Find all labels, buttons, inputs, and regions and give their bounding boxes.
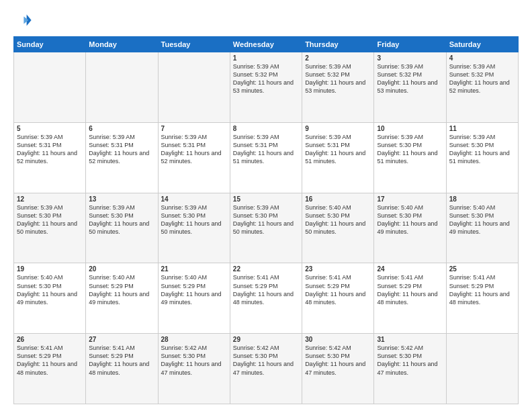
calendar-cell: 28Sunrise: 5:42 AM Sunset: 5:30 PM Dayli… bbox=[158, 334, 230, 404]
calendar-cell: 15Sunrise: 5:39 AM Sunset: 5:30 PM Dayli… bbox=[230, 193, 302, 263]
calendar-cell: 19Sunrise: 5:40 AM Sunset: 5:30 PM Dayli… bbox=[14, 263, 86, 334]
calendar-cell: 5Sunrise: 5:39 AM Sunset: 5:31 PM Daylig… bbox=[14, 122, 86, 193]
day-number: 9 bbox=[305, 125, 371, 132]
day-info: Sunrise: 5:42 AM Sunset: 5:30 PM Dayligh… bbox=[233, 344, 299, 377]
calendar-week-4: 19Sunrise: 5:40 AM Sunset: 5:30 PM Dayli… bbox=[14, 263, 519, 334]
day-number: 8 bbox=[233, 125, 299, 132]
day-info: Sunrise: 5:41 AM Sunset: 5:29 PM Dayligh… bbox=[305, 273, 371, 306]
day-info: Sunrise: 5:39 AM Sunset: 5:31 PM Dayligh… bbox=[17, 133, 83, 166]
weekday-header-friday: Friday bbox=[374, 37, 446, 52]
weekday-header-thursday: Thursday bbox=[302, 37, 374, 52]
day-info: Sunrise: 5:39 AM Sunset: 5:32 PM Dayligh… bbox=[305, 62, 371, 95]
day-number: 20 bbox=[89, 265, 154, 273]
calendar-week-2: 5Sunrise: 5:39 AM Sunset: 5:31 PM Daylig… bbox=[14, 122, 519, 193]
day-number: 11 bbox=[449, 125, 515, 132]
calendar-cell: 16Sunrise: 5:40 AM Sunset: 5:30 PM Dayli… bbox=[302, 193, 374, 263]
weekday-header-saturday: Saturday bbox=[446, 37, 518, 52]
calendar-cell: 4Sunrise: 5:39 AM Sunset: 5:32 PM Daylig… bbox=[446, 52, 518, 123]
day-number: 10 bbox=[377, 125, 443, 132]
day-info: Sunrise: 5:39 AM Sunset: 5:30 PM Dayligh… bbox=[89, 203, 154, 236]
day-number: 23 bbox=[305, 265, 371, 273]
header bbox=[13, 11, 519, 30]
day-info: Sunrise: 5:39 AM Sunset: 5:30 PM Dayligh… bbox=[449, 133, 515, 166]
calendar-cell: 17Sunrise: 5:40 AM Sunset: 5:30 PM Dayli… bbox=[374, 193, 446, 263]
day-info: Sunrise: 5:41 AM Sunset: 5:29 PM Dayligh… bbox=[377, 273, 443, 306]
day-number: 30 bbox=[305, 336, 371, 343]
calendar-cell: 7Sunrise: 5:39 AM Sunset: 5:31 PM Daylig… bbox=[158, 122, 230, 193]
day-info: Sunrise: 5:40 AM Sunset: 5:30 PM Dayligh… bbox=[17, 273, 83, 306]
day-number: 24 bbox=[377, 265, 443, 273]
calendar-week-5: 26Sunrise: 5:41 AM Sunset: 5:29 PM Dayli… bbox=[14, 334, 519, 404]
weekday-header-row: SundayMondayTuesdayWednesdayThursdayFrid… bbox=[14, 37, 519, 52]
day-number: 1 bbox=[233, 54, 299, 62]
calendar-cell: 11Sunrise: 5:39 AM Sunset: 5:30 PM Dayli… bbox=[446, 122, 518, 193]
day-number: 5 bbox=[17, 125, 83, 132]
calendar-cell: 27Sunrise: 5:41 AM Sunset: 5:29 PM Dayli… bbox=[86, 334, 158, 404]
day-info: Sunrise: 5:40 AM Sunset: 5:29 PM Dayligh… bbox=[161, 273, 227, 306]
calendar-cell: 8Sunrise: 5:39 AM Sunset: 5:31 PM Daylig… bbox=[230, 122, 302, 193]
calendar-cell: 1Sunrise: 5:39 AM Sunset: 5:32 PM Daylig… bbox=[230, 52, 302, 123]
calendar-cell: 22Sunrise: 5:41 AM Sunset: 5:29 PM Dayli… bbox=[230, 263, 302, 334]
day-info: Sunrise: 5:39 AM Sunset: 5:31 PM Dayligh… bbox=[233, 133, 299, 166]
calendar-cell: 12Sunrise: 5:39 AM Sunset: 5:30 PM Dayli… bbox=[14, 193, 86, 263]
calendar-cell bbox=[86, 52, 158, 123]
calendar-cell: 3Sunrise: 5:39 AM Sunset: 5:32 PM Daylig… bbox=[374, 52, 446, 123]
day-info: Sunrise: 5:39 AM Sunset: 5:32 PM Dayligh… bbox=[233, 62, 299, 95]
weekday-header-sunday: Sunday bbox=[14, 37, 86, 52]
day-info: Sunrise: 5:40 AM Sunset: 5:29 PM Dayligh… bbox=[89, 273, 154, 306]
calendar-cell: 25Sunrise: 5:41 AM Sunset: 5:29 PM Dayli… bbox=[446, 263, 518, 334]
day-number: 26 bbox=[17, 336, 83, 343]
calendar-cell bbox=[446, 334, 518, 404]
day-info: Sunrise: 5:39 AM Sunset: 5:32 PM Dayligh… bbox=[377, 62, 443, 95]
calendar-cell: 29Sunrise: 5:42 AM Sunset: 5:30 PM Dayli… bbox=[230, 334, 302, 404]
day-info: Sunrise: 5:42 AM Sunset: 5:30 PM Dayligh… bbox=[377, 344, 443, 377]
day-info: Sunrise: 5:40 AM Sunset: 5:30 PM Dayligh… bbox=[449, 203, 515, 236]
day-number: 17 bbox=[377, 195, 443, 203]
calendar-cell: 24Sunrise: 5:41 AM Sunset: 5:29 PM Dayli… bbox=[374, 263, 446, 334]
day-number: 28 bbox=[161, 336, 227, 343]
day-info: Sunrise: 5:42 AM Sunset: 5:30 PM Dayligh… bbox=[305, 344, 371, 377]
calendar-cell bbox=[14, 52, 86, 123]
day-number: 29 bbox=[233, 336, 299, 343]
page: SundayMondayTuesdayWednesdayThursdayFrid… bbox=[0, 0, 532, 411]
calendar-cell: 30Sunrise: 5:42 AM Sunset: 5:30 PM Dayli… bbox=[302, 334, 374, 404]
day-info: Sunrise: 5:39 AM Sunset: 5:31 PM Dayligh… bbox=[161, 133, 227, 166]
day-info: Sunrise: 5:42 AM Sunset: 5:30 PM Dayligh… bbox=[161, 344, 227, 377]
day-info: Sunrise: 5:41 AM Sunset: 5:29 PM Dayligh… bbox=[233, 273, 299, 306]
calendar-cell: 20Sunrise: 5:40 AM Sunset: 5:29 PM Dayli… bbox=[86, 263, 158, 334]
day-number: 7 bbox=[161, 125, 227, 132]
weekday-header-tuesday: Tuesday bbox=[158, 37, 230, 52]
day-number: 22 bbox=[233, 265, 299, 273]
day-number: 12 bbox=[17, 195, 83, 203]
day-number: 18 bbox=[449, 195, 515, 203]
calendar-cell: 13Sunrise: 5:39 AM Sunset: 5:30 PM Dayli… bbox=[86, 193, 158, 263]
calendar-cell: 23Sunrise: 5:41 AM Sunset: 5:29 PM Dayli… bbox=[302, 263, 374, 334]
weekday-header-monday: Monday bbox=[86, 37, 158, 52]
day-number: 2 bbox=[305, 54, 371, 62]
day-number: 27 bbox=[89, 336, 154, 343]
day-info: Sunrise: 5:39 AM Sunset: 5:31 PM Dayligh… bbox=[89, 133, 154, 166]
calendar-cell bbox=[158, 52, 230, 123]
day-info: Sunrise: 5:41 AM Sunset: 5:29 PM Dayligh… bbox=[17, 344, 83, 377]
day-number: 14 bbox=[161, 195, 227, 203]
day-number: 6 bbox=[89, 125, 154, 132]
calendar-cell: 21Sunrise: 5:40 AM Sunset: 5:29 PM Dayli… bbox=[158, 263, 230, 334]
day-info: Sunrise: 5:40 AM Sunset: 5:30 PM Dayligh… bbox=[305, 203, 371, 236]
calendar-week-3: 12Sunrise: 5:39 AM Sunset: 5:30 PM Dayli… bbox=[14, 193, 519, 263]
weekday-header-wednesday: Wednesday bbox=[230, 37, 302, 52]
day-info: Sunrise: 5:39 AM Sunset: 5:30 PM Dayligh… bbox=[233, 203, 299, 236]
calendar-cell: 2Sunrise: 5:39 AM Sunset: 5:32 PM Daylig… bbox=[302, 52, 374, 123]
day-number: 19 bbox=[17, 265, 83, 273]
calendar-cell: 14Sunrise: 5:39 AM Sunset: 5:30 PM Dayli… bbox=[158, 193, 230, 263]
calendar-cell: 26Sunrise: 5:41 AM Sunset: 5:29 PM Dayli… bbox=[14, 334, 86, 404]
day-info: Sunrise: 5:40 AM Sunset: 5:30 PM Dayligh… bbox=[377, 203, 443, 236]
day-number: 16 bbox=[305, 195, 371, 203]
day-number: 13 bbox=[89, 195, 154, 203]
day-number: 15 bbox=[233, 195, 299, 203]
day-info: Sunrise: 5:41 AM Sunset: 5:29 PM Dayligh… bbox=[449, 273, 515, 306]
calendar-cell: 18Sunrise: 5:40 AM Sunset: 5:30 PM Dayli… bbox=[446, 193, 518, 263]
day-number: 4 bbox=[449, 54, 515, 62]
day-number: 21 bbox=[161, 265, 227, 273]
day-info: Sunrise: 5:39 AM Sunset: 5:30 PM Dayligh… bbox=[17, 203, 83, 236]
logo bbox=[13, 11, 35, 30]
